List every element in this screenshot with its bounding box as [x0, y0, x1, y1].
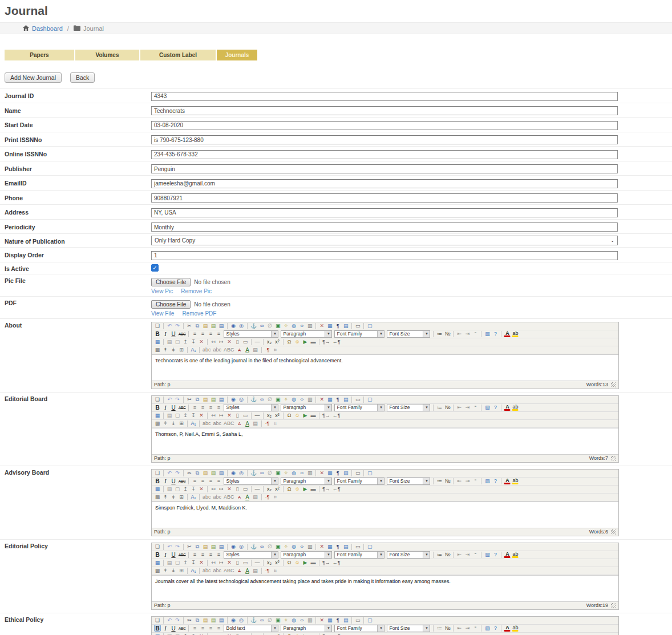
- table-icon[interactable]: ▦: [326, 543, 333, 550]
- journal-id-input[interactable]: [151, 92, 618, 101]
- find-replace-icon[interactable]: ◎: [238, 470, 245, 476]
- view-pic-link[interactable]: View Pic: [151, 288, 173, 294]
- media-embed-icon[interactable]: ▶: [302, 412, 309, 419]
- style-props-icon[interactable]: A₁: [190, 346, 197, 353]
- copy-icon[interactable]: ⧉: [194, 322, 201, 329]
- fullscreen-icon[interactable]: ▢: [366, 322, 373, 329]
- help-icon[interactable]: ?: [492, 551, 499, 558]
- rtl-icon[interactable]: ←¶: [332, 412, 341, 419]
- align-left-icon[interactable]: ≡: [191, 551, 198, 558]
- background-color-icon[interactable]: ab: [512, 331, 519, 337]
- table-row-props-icon[interactable]: ▤: [166, 338, 173, 345]
- show-blocks-icon[interactable]: ¶: [334, 470, 341, 476]
- fullscreen-icon[interactable]: ▢: [366, 470, 373, 476]
- blockquote-icon[interactable]: “: [472, 625, 479, 632]
- bold-icon[interactable]: B: [154, 404, 161, 411]
- is-active-checkbox[interactable]: ✓: [151, 264, 159, 272]
- periodicity-input[interactable]: [151, 223, 618, 232]
- bullet-list-icon[interactable]: ≔: [436, 478, 443, 484]
- table-edit-icon[interactable]: ▦: [154, 338, 161, 345]
- underline-icon[interactable]: U: [170, 404, 177, 411]
- bold-icon[interactable]: B: [154, 478, 161, 484]
- view-file-link[interactable]: View File: [151, 310, 174, 317]
- paste-word-icon[interactable]: ▤: [218, 543, 225, 550]
- visual-chars-icon[interactable]: ·¶: [264, 494, 271, 500]
- italic-icon[interactable]: I: [162, 478, 169, 484]
- remove-pdf-link[interactable]: Remove PDF: [182, 310, 216, 317]
- anchor-icon[interactable]: ⚓: [250, 543, 257, 550]
- attributes-icon[interactable]: ▤: [252, 420, 259, 427]
- rtl-icon[interactable]: ←¶: [332, 633, 341, 635]
- style-props-icon[interactable]: A₁: [190, 494, 197, 500]
- ltr-icon[interactable]: ¶→: [322, 559, 331, 566]
- non-breaking-icon[interactable]: ⌗: [272, 494, 279, 500]
- pdf-choose-file-button[interactable]: Choose File: [151, 300, 191, 309]
- absolute-position-icon[interactable]: ⊞: [178, 567, 185, 574]
- pic-file-choose-file-button[interactable]: Choose File: [151, 278, 191, 286]
- text-color-icon[interactable]: A: [504, 405, 511, 411]
- table-icon[interactable]: ▦: [326, 470, 333, 476]
- page-preview-icon[interactable]: ▤: [342, 543, 349, 550]
- numbered-list-icon[interactable]: №: [444, 625, 451, 632]
- move-forward-icon[interactable]: ↟: [162, 567, 169, 574]
- html-icon[interactable]: ‹›: [298, 470, 305, 476]
- unlink-icon[interactable]: ∅: [266, 470, 273, 476]
- preview-icon[interactable]: ▥: [306, 470, 313, 476]
- styles-select[interactable]: Styles▾: [224, 551, 278, 559]
- insert-image-icon[interactable]: ▧: [484, 330, 491, 337]
- acronym-icon[interactable]: ABC: [223, 346, 235, 353]
- blockquote-icon[interactable]: “: [472, 404, 479, 411]
- align-left-icon[interactable]: ≡: [191, 478, 198, 484]
- italic-icon[interactable]: I: [162, 625, 169, 632]
- remove-pic-link[interactable]: Remove Pic: [181, 288, 212, 294]
- insert-col-after-icon[interactable]: ↦: [218, 633, 225, 635]
- insert-image-icon[interactable]: ▧: [484, 478, 491, 484]
- background-color-icon[interactable]: ab: [512, 405, 519, 411]
- fullscreen-icon[interactable]: ▢: [366, 396, 373, 403]
- back-button-top[interactable]: Back: [70, 72, 95, 83]
- tab-custom-label[interactable]: Custom Label: [140, 50, 216, 60]
- delete-col-icon[interactable]: ✕: [226, 633, 233, 635]
- image-icon[interactable]: ▣: [274, 396, 281, 403]
- align-center-icon[interactable]: ≡: [199, 478, 206, 484]
- superscript-icon[interactable]: x²: [274, 486, 281, 492]
- text-color-icon[interactable]: A: [504, 552, 511, 558]
- undo-icon[interactable]: ↶: [166, 322, 173, 329]
- subscript-icon[interactable]: x₂: [266, 486, 273, 492]
- outdent-icon[interactable]: ⇤: [456, 551, 463, 558]
- preview-icon[interactable]: ▥: [306, 617, 313, 624]
- cut-icon[interactable]: ✂: [186, 322, 193, 329]
- paste-text-icon[interactable]: ▤: [210, 470, 217, 476]
- styles-select[interactable]: Styles▾: [224, 330, 278, 338]
- link-icon[interactable]: ∞: [258, 322, 265, 329]
- absolute-position-icon[interactable]: ⊞: [178, 494, 185, 500]
- font_family-select[interactable]: Font Family▾: [334, 551, 384, 559]
- media-embed-icon[interactable]: ▶: [302, 633, 309, 635]
- bullet-list-icon[interactable]: ≔: [436, 625, 443, 632]
- table-cell-props-icon[interactable]: ▢: [174, 412, 181, 419]
- strikethrough-icon[interactable]: ABC: [178, 478, 186, 484]
- align-justify-icon[interactable]: ≡: [215, 478, 222, 484]
- bold-icon[interactable]: B: [154, 551, 161, 558]
- visual-chars-icon[interactable]: ·¶: [264, 346, 271, 353]
- subscript-icon[interactable]: x₂: [266, 633, 273, 635]
- fullscreen-icon[interactable]: ▢: [366, 543, 373, 550]
- styles-select[interactable]: Styles▾: [224, 404, 278, 411]
- move-backward-icon[interactable]: ↡: [170, 494, 177, 500]
- font_family-select[interactable]: Font Family▾: [334, 404, 384, 411]
- copy-icon[interactable]: ⧉: [194, 617, 201, 624]
- align-right-icon[interactable]: ≡: [207, 404, 214, 411]
- move-backward-icon[interactable]: ↡: [170, 567, 177, 574]
- insert-row-above-icon[interactable]: ↥: [182, 412, 189, 419]
- subscript-icon[interactable]: x₂: [266, 559, 273, 566]
- media-icon[interactable]: ◍: [290, 396, 297, 403]
- insertion-icon[interactable]: A: [244, 346, 251, 353]
- non-breaking-icon[interactable]: ⌗: [272, 346, 279, 353]
- deletion-icon[interactable]: A: [236, 346, 243, 353]
- superscript-icon[interactable]: x²: [274, 559, 281, 566]
- ltr-icon[interactable]: ¶→: [322, 486, 331, 492]
- font_family-select[interactable]: Font Family▾: [334, 478, 384, 485]
- bold-icon[interactable]: B: [154, 625, 161, 632]
- paste-word-icon[interactable]: ▤: [218, 470, 225, 476]
- resize-grip-icon[interactable]: [611, 382, 616, 387]
